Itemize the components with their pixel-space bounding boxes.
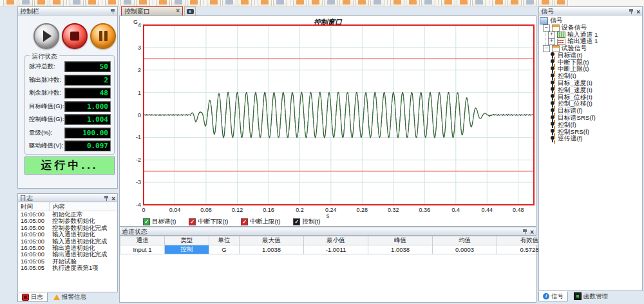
toolbar-icon[interactable] bbox=[85, 0, 99, 6]
toolbar-icon[interactable] bbox=[171, 0, 185, 6]
run-status-group: 运行状态 脉冲总数:50输出脉冲数:2剩余脉冲数:48目标峰值(G):1.000… bbox=[24, 55, 115, 155]
toolbar-icon[interactable] bbox=[507, 0, 522, 6]
toolbar-icon[interactable] bbox=[34, 0, 48, 6]
toolbar-icon[interactable] bbox=[207, 0, 221, 6]
toolbar-icon[interactable] bbox=[3, 0, 17, 6]
toolbar-icon[interactable] bbox=[273, 0, 287, 6]
toolbar-icon[interactable] bbox=[406, 0, 420, 6]
legend-label: 控制(t) bbox=[302, 218, 320, 226]
toolbar-separator bbox=[204, 0, 204, 5]
log-time: 16:05:00 bbox=[18, 231, 49, 238]
tree-item-中断上限(t)[interactable]: 中断上限(t) bbox=[539, 66, 642, 73]
toolbar-icon[interactable] bbox=[19, 0, 33, 6]
tab-函数管理[interactable]: 函数管理 bbox=[569, 291, 612, 301]
tree-item-逆传递(f)[interactable]: 逆传递(f) bbox=[539, 136, 642, 143]
toolbar-separator bbox=[290, 0, 290, 5]
channel-status-header[interactable]: 通道状态 × bbox=[119, 227, 536, 236]
stop-button[interactable] bbox=[62, 23, 88, 49]
tree-item-中断下限(t)[interactable]: 中断下限(t) bbox=[539, 59, 642, 66]
pin-icon[interactable] bbox=[104, 195, 109, 202]
toolbar-icon[interactable] bbox=[293, 0, 307, 6]
tab-close-icon[interactable]: × bbox=[176, 7, 180, 15]
toolbar-icon[interactable] bbox=[324, 0, 338, 6]
close-icon[interactable]: × bbox=[111, 196, 115, 202]
tree-item-控制(f)[interactable]: 控制(f) bbox=[539, 122, 642, 129]
camera-icon bbox=[187, 9, 194, 14]
toolbar-icon[interactable] bbox=[105, 0, 119, 6]
tree-item-目标谱SRS(f)[interactable]: 目标谱SRS(f) bbox=[539, 115, 642, 122]
toolbar-icon[interactable] bbox=[390, 0, 404, 6]
chart-legend: ✓目标谱(t)✓中断下限(t)✓中断上限(t)✓控制(t) bbox=[143, 218, 320, 226]
toolbar-icon[interactable] bbox=[355, 0, 369, 6]
status-field-value: 2 bbox=[64, 75, 111, 86]
toolbar-icon[interactable] bbox=[156, 0, 170, 6]
toolbar-icon[interactable] bbox=[339, 0, 354, 6]
tree-item-控制_位移(t)[interactable]: 控制_位移(t) bbox=[539, 101, 642, 108]
channel-row[interactable]: Input 1控制G1.0038-1.00111.00380.00030.572… bbox=[120, 245, 562, 254]
control-window-chart[interactable]: 控制窗口 G 43210-1-2-3-400.040.080.120.160.2… bbox=[119, 15, 536, 227]
pause-button[interactable] bbox=[90, 23, 116, 49]
legend-checkbox[interactable]: ✓ bbox=[241, 218, 248, 225]
channel-col-header[interactable]: 峰值 bbox=[368, 236, 433, 245]
toolbar-icon[interactable] bbox=[258, 0, 272, 6]
collapse-icon[interactable]: − bbox=[543, 45, 550, 52]
toolbar-icon[interactable] bbox=[238, 0, 252, 6]
channel-col-header[interactable]: 最大值 bbox=[240, 236, 304, 245]
svg-text:1: 1 bbox=[138, 90, 141, 96]
legend-checkbox[interactable]: ✓ bbox=[189, 218, 196, 225]
signal-icon bbox=[550, 52, 556, 59]
toolbar-icon[interactable] bbox=[222, 0, 236, 6]
toolbar-separator bbox=[254, 0, 255, 5]
tab-信号[interactable]: i信号 bbox=[538, 291, 568, 301]
pin-icon[interactable] bbox=[629, 8, 634, 15]
channel-col-header[interactable]: 类型 bbox=[165, 236, 209, 245]
tree-item-控制SRS(f)[interactable]: 控制SRS(f) bbox=[539, 129, 642, 136]
close-icon[interactable]: × bbox=[530, 229, 534, 235]
svg-text:-3: -3 bbox=[136, 179, 141, 185]
legend-checkbox[interactable]: ✓ bbox=[143, 218, 150, 225]
close-icon[interactable]: × bbox=[636, 9, 640, 15]
toolbar-icon[interactable] bbox=[308, 0, 323, 6]
control-panel-header[interactable]: 控制栏 bbox=[17, 6, 118, 15]
tree-item-信号[interactable]: 信号 bbox=[539, 17, 642, 24]
expand-icon[interactable]: + bbox=[548, 38, 555, 45]
collapse-icon[interactable]: − bbox=[543, 24, 550, 32]
pin-icon[interactable] bbox=[110, 8, 115, 15]
pin-icon[interactable] bbox=[522, 229, 527, 235]
signal-panel-header[interactable]: 信号 × bbox=[538, 6, 643, 15]
channel-col-header[interactable]: 均值 bbox=[433, 236, 497, 245]
toolbar-icon[interactable] bbox=[136, 0, 150, 6]
toolbar-icon[interactable] bbox=[187, 0, 201, 6]
toolbar-icon[interactable] bbox=[421, 0, 435, 6]
tree-item-试验信号[interactable]: −试验信号 bbox=[539, 45, 642, 52]
tree-item-目标谱(t)[interactable]: 目标谱(t) bbox=[539, 52, 642, 59]
channel-cell: -1.0011 bbox=[304, 245, 368, 254]
tab-报警信息[interactable]: 报警信息 bbox=[49, 292, 91, 302]
toolbar-icon[interactable] bbox=[538, 0, 553, 6]
tab-日志[interactable]: 日志 bbox=[17, 292, 48, 302]
tab-screenshot[interactable] bbox=[184, 6, 196, 15]
toolbar-icon[interactable] bbox=[441, 0, 455, 6]
toolbar-icon[interactable] bbox=[457, 0, 471, 6]
log-row[interactable]: 16:05:05执行进度表第1项 bbox=[18, 265, 117, 271]
toolbar-icon[interactable] bbox=[70, 0, 84, 6]
log-panel-header[interactable]: 日志 × bbox=[17, 193, 118, 202]
toolbar-icon[interactable] bbox=[554, 0, 568, 6]
toolbar-icon[interactable] bbox=[50, 0, 64, 6]
toolbar-icon[interactable] bbox=[120, 0, 135, 6]
channel-col-header[interactable]: 最小值 bbox=[304, 236, 368, 245]
play-button[interactable] bbox=[33, 23, 59, 49]
signal-icon bbox=[550, 87, 556, 93]
toolbar-icon[interactable] bbox=[472, 0, 486, 6]
legend-checkbox[interactable]: ✓ bbox=[293, 218, 300, 225]
channel-col-header[interactable]: 单位 bbox=[209, 236, 240, 245]
tab-control-window[interactable]: × 控制窗口 bbox=[121, 6, 183, 15]
svg-text:3: 3 bbox=[138, 44, 141, 51]
log-row[interactable]: 16:05:00输入通道初始化 bbox=[18, 231, 117, 238]
toolbar-icon[interactable] bbox=[523, 0, 537, 6]
toolbar-icon[interactable] bbox=[370, 0, 384, 6]
channel-col-header[interactable]: 通道 bbox=[120, 236, 165, 245]
tree-item-输出通道 1[interactable]: +输出通道 1 bbox=[539, 38, 642, 45]
legend-label: 中断上限(t) bbox=[250, 218, 280, 226]
toolbar-icon[interactable] bbox=[492, 0, 506, 6]
